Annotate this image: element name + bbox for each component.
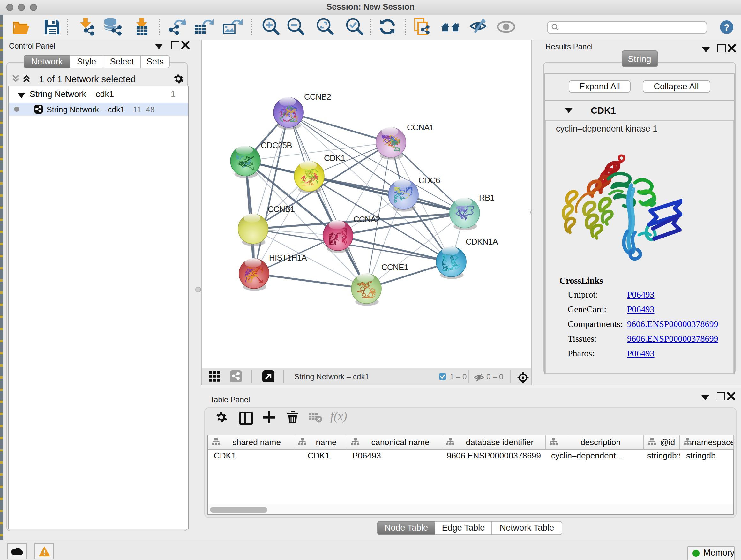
svg-text:CDC25B: CDC25B [260, 140, 292, 150]
svg-text:CCNA2: CCNA2 [353, 214, 380, 224]
svg-text:CCNB1: CCNB1 [267, 204, 294, 214]
svg-text:CDKN1A: CDKN1A [465, 237, 498, 246]
svg-text:CDC6: CDC6 [418, 176, 440, 185]
svg-text:CDK1: CDK1 [324, 153, 345, 163]
svg-text:CCNB2: CCNB2 [304, 92, 331, 102]
svg-text:CCNE1: CCNE1 [381, 262, 408, 272]
svg-text:HIST1H1A: HIST1H1A [269, 253, 307, 262]
svg-text:RB1: RB1 [479, 193, 494, 202]
svg-text:CCNA1: CCNA1 [407, 123, 433, 132]
